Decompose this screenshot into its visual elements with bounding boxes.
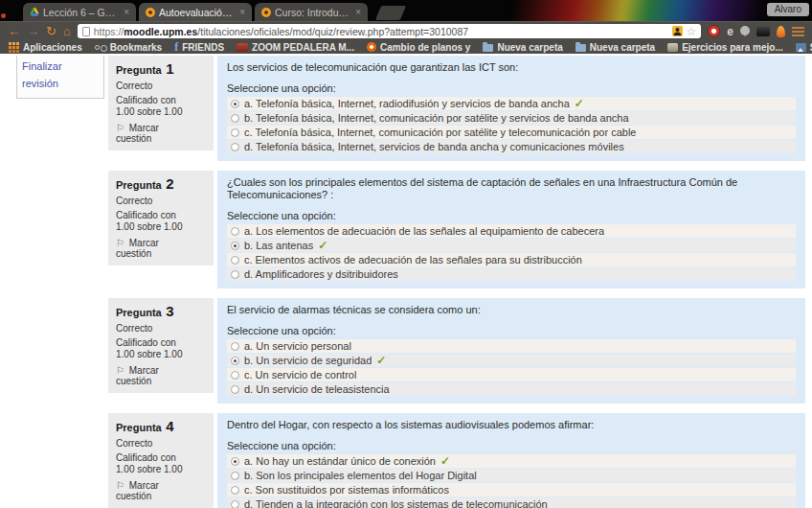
tab-close-icon[interactable]: × — [239, 7, 245, 17]
tab-strip: Lección 6 – Google Drive × Autoevaluació… — [0, 0, 812, 21]
answer-option[interactable]: d. Telefonía básica, Internet, servicios… — [227, 140, 796, 153]
flag-question-link[interactable]: ⚐ Marcar cuestión — [116, 365, 173, 386]
select-option-prompt: Seleccione una opción: — [227, 210, 796, 221]
tab-close-icon[interactable]: × — [355, 7, 361, 17]
wallpaper-streak — [364, 0, 812, 21]
options-list: a. No hay un estándar único de conexión … — [227, 454, 796, 508]
question-text: Dentro del Hogar, con respecto a los sis… — [227, 419, 796, 431]
option-radio[interactable] — [231, 472, 239, 480]
finish-review-link[interactable]: Finalizar revisión — [22, 60, 62, 89]
moodle-favicon — [261, 8, 271, 17]
answer-option[interactable]: c. Telefonía básica, Internet, comunicac… — [227, 126, 796, 139]
answer-option[interactable]: d. Amplificadores y dsitribuidores — [227, 267, 796, 281]
correct-check-icon: ✓ — [575, 99, 584, 108]
screenshot-extension-icon[interactable] — [756, 27, 770, 36]
tab-google-drive[interactable]: Lección 6 – Google Drive × — [23, 3, 136, 21]
option-radio[interactable] — [231, 114, 239, 123]
moodle-favicon — [146, 8, 155, 17]
reload-button[interactable]: ↻ — [46, 25, 56, 37]
flame-extension-icon[interactable] — [777, 26, 785, 37]
tab-close-icon[interactable]: × — [124, 7, 129, 17]
option-text: b. Las antenas — [244, 240, 313, 251]
select-option-prompt: Seleccione una opción: — [227, 440, 796, 451]
answer-option[interactable]: c. Son sustituidos por sistemas informát… — [227, 483, 796, 496]
bookmark-star-icon[interactable]: ☆ — [687, 26, 697, 37]
option-radio[interactable] — [231, 128, 239, 137]
option-text: b. Un servicio de seguridad — [244, 355, 372, 366]
bookmark-nueva-carpeta-2[interactable]: Nueva carpeta — [575, 42, 655, 53]
adblock-extension-icon[interactable] — [708, 25, 720, 37]
option-radio[interactable] — [231, 342, 239, 351]
back-button[interactable]: ← — [8, 25, 20, 37]
bookmark-ejercicios[interactable]: Ejercicios para mejo... — [667, 42, 783, 53]
option-radio[interactable] — [231, 457, 239, 466]
evernote-extension-icon[interactable]: e — [727, 26, 733, 37]
orange-ring-icon — [367, 42, 376, 52]
option-radio[interactable] — [231, 256, 239, 265]
bookmark-label: ZOOM PEDALERA M... — [252, 42, 354, 53]
question-text: ¿Cuales son los principales elementos de… — [227, 176, 796, 201]
bookmark-label: Nueva carpeta — [497, 42, 562, 53]
question-label: Pregunta — [116, 307, 162, 318]
question-content: Los servicios de telecomunicación que ga… — [217, 56, 805, 161]
bookmark-bookmarks[interactable]: Bookmarks — [95, 42, 162, 53]
option-radio[interactable] — [231, 371, 239, 380]
tab-curso[interactable]: Curso: Introducción a las × — [255, 3, 368, 21]
flag-question-link[interactable]: ⚐ Marcar cuestión — [116, 238, 173, 259]
option-text: c. Elementos activos de adecuación de la… — [244, 254, 582, 266]
option-radio[interactable] — [231, 385, 239, 394]
flag-question-link[interactable]: ⚐ Marcar cuestión — [116, 480, 173, 501]
answer-option[interactable]: d. Tienden a la integración con los sist… — [227, 497, 796, 508]
bookmark-friends[interactable]: f FRIENDS — [174, 42, 224, 53]
answer-option[interactable]: a. Los elementos de adecuación de las se… — [227, 224, 796, 238]
bookmark-nueva-carpeta-1[interactable]: Nueva carpeta — [483, 42, 562, 53]
pin-extension-icon[interactable] — [740, 26, 750, 35]
answer-option[interactable]: c. Un servicio de control — [227, 368, 796, 381]
chrome-menu-icon[interactable] — [792, 27, 804, 36]
bookmark-cambio-planos[interactable]: Cambio de planos y — [367, 42, 470, 53]
answer-option[interactable]: a. Telefonía básica, Internet, radiodifu… — [227, 97, 796, 110]
facebook-icon: f — [174, 42, 178, 53]
option-radio[interactable] — [231, 270, 239, 279]
profile-name-chip[interactable]: Alvaro — [767, 3, 809, 16]
answer-option[interactable]: b. Son los principales elementos del Hog… — [227, 469, 796, 482]
option-text: a. Un servicio personal — [244, 340, 351, 352]
flag-icon: ⚐ — [116, 238, 124, 248]
glasses-icon — [95, 45, 100, 50]
answer-option[interactable]: b. Las antenas ✓ — [227, 239, 796, 252]
option-radio[interactable] — [231, 500, 239, 508]
answer-option[interactable]: a. No hay un estándar único de conexión … — [227, 454, 796, 468]
answer-option[interactable]: b. Telefonía básica, Internet, comunicac… — [227, 111, 796, 125]
bookmark-apps[interactable]: Aplicaciones — [9, 42, 82, 53]
home-button[interactable]: ⌂ — [63, 25, 71, 37]
person-icon[interactable] — [672, 26, 683, 36]
question-title: Pregunta 1 — [116, 60, 206, 78]
option-radio[interactable] — [231, 357, 239, 365]
answer-option[interactable]: b. Un servicio de seguridad ✓ — [227, 354, 796, 367]
option-text: b. Telefonía básica, Internet, comunicac… — [244, 112, 629, 124]
question-title: Pregunta 3 — [116, 303, 206, 320]
photo-icon — [796, 43, 806, 52]
bookmark-search-results[interactable]: Search results for: " — [796, 42, 812, 53]
answer-option[interactable]: a. Un servicio personal — [227, 339, 796, 353]
bookmark-label: Cambio de planos y — [380, 42, 470, 53]
bookmark-zoom-pedalera[interactable]: ZOOM PEDALERA M... — [237, 42, 354, 53]
page-icon — [82, 27, 90, 36]
option-text: b. Son los principales elementos del Hog… — [244, 470, 477, 481]
address-bar[interactable]: https://moodle.upm.es/titulaciones/ofici… — [78, 24, 702, 38]
option-radio[interactable] — [231, 242, 239, 250]
tab-autoevaluacion[interactable]: Autoevaluación Tema 3 - × — [139, 3, 252, 21]
option-radio[interactable] — [231, 227, 239, 236]
flag-question-link[interactable]: ⚐ Marcar cuestión — [116, 123, 173, 144]
option-radio[interactable] — [231, 143, 239, 151]
answer-option[interactable]: c. Elementos activos de adecuación de la… — [227, 253, 796, 266]
browser-toolbar: ← → ↻ ⌂ https://moodle.upm.es/titulacion… — [0, 21, 812, 40]
folder-icon — [483, 44, 493, 52]
option-radio[interactable] — [231, 100, 239, 108]
finish-review-box: Finalizar revisión — [16, 56, 104, 99]
option-radio[interactable] — [231, 486, 239, 495]
answer-option[interactable]: d. Un servicio de teleasistencia — [227, 382, 796, 396]
question-block: Pregunta 3 Correcto Calificado con 1.00 … — [108, 298, 805, 404]
forward-button[interactable]: → — [27, 25, 39, 37]
option-text: d. Telefonía básica, Internet, servicios… — [244, 141, 624, 152]
